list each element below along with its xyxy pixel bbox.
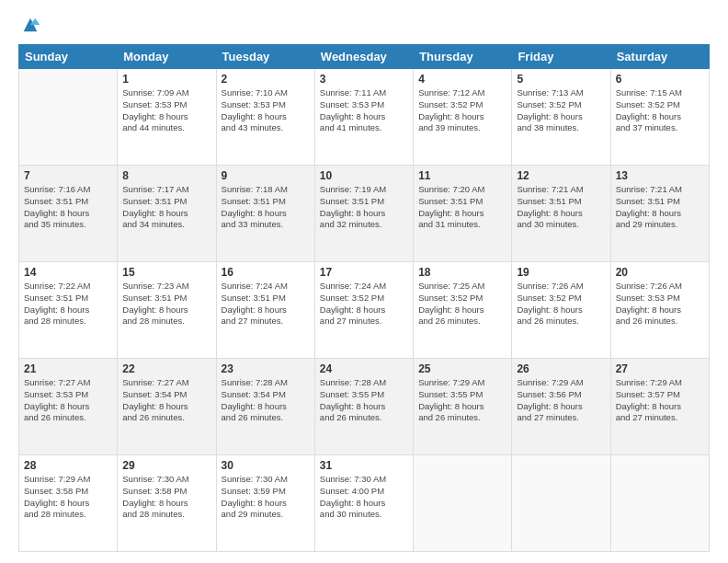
day-number: 16 bbox=[222, 266, 310, 279]
col-header-saturday: Saturday bbox=[610, 45, 709, 69]
calendar-cell: 25Sunrise: 7:29 AM Sunset: 3:55 PM Dayli… bbox=[414, 359, 512, 455]
week-row: 21Sunrise: 7:27 AM Sunset: 3:53 PM Dayli… bbox=[19, 359, 710, 455]
day-number: 24 bbox=[320, 362, 408, 375]
day-number: 20 bbox=[616, 266, 704, 279]
day-number: 22 bbox=[122, 362, 210, 375]
day-number: 2 bbox=[222, 73, 310, 86]
calendar-cell: 18Sunrise: 7:25 AM Sunset: 3:52 PM Dayli… bbox=[414, 262, 512, 359]
day-number: 17 bbox=[320, 266, 408, 279]
calendar-cell: 4Sunrise: 7:12 AM Sunset: 3:52 PM Daylig… bbox=[414, 69, 512, 166]
calendar-cell: 31Sunrise: 7:30 AM Sunset: 4:00 PM Dayli… bbox=[314, 455, 413, 552]
day-number: 19 bbox=[517, 266, 605, 279]
week-row: 28Sunrise: 7:29 AM Sunset: 3:58 PM Dayli… bbox=[19, 455, 710, 552]
day-number: 27 bbox=[616, 362, 704, 375]
calendar-cell: 20Sunrise: 7:26 AM Sunset: 3:53 PM Dayli… bbox=[610, 262, 709, 359]
calendar-cell: 3Sunrise: 7:11 AM Sunset: 3:53 PM Daylig… bbox=[314, 69, 413, 166]
calendar-cell bbox=[610, 455, 709, 552]
day-info: Sunrise: 7:30 AM Sunset: 3:59 PM Dayligh… bbox=[222, 474, 310, 521]
calendar-cell: 24Sunrise: 7:28 AM Sunset: 3:55 PM Dayli… bbox=[314, 359, 413, 455]
day-info: Sunrise: 7:11 AM Sunset: 3:53 PM Dayligh… bbox=[320, 87, 408, 134]
day-info: Sunrise: 7:23 AM Sunset: 3:51 PM Dayligh… bbox=[122, 281, 210, 327]
calendar-cell: 12Sunrise: 7:21 AM Sunset: 3:51 PM Dayli… bbox=[512, 166, 610, 262]
calendar-cell: 11Sunrise: 7:20 AM Sunset: 3:51 PM Dayli… bbox=[414, 166, 512, 262]
calendar-cell: 9Sunrise: 7:18 AM Sunset: 3:51 PM Daylig… bbox=[216, 166, 314, 262]
day-number: 12 bbox=[517, 169, 605, 182]
day-number: 1 bbox=[122, 73, 210, 86]
day-info: Sunrise: 7:17 AM Sunset: 3:51 PM Dayligh… bbox=[122, 184, 210, 231]
week-row: 7Sunrise: 7:16 AM Sunset: 3:51 PM Daylig… bbox=[19, 166, 710, 262]
day-number: 31 bbox=[320, 459, 408, 472]
day-number: 15 bbox=[122, 266, 210, 279]
day-number: 30 bbox=[222, 459, 310, 472]
day-info: Sunrise: 7:30 AM Sunset: 3:58 PM Dayligh… bbox=[122, 474, 210, 521]
header-row: SundayMondayTuesdayWednesdayThursdayFrid… bbox=[19, 45, 710, 69]
calendar-cell: 27Sunrise: 7:29 AM Sunset: 3:57 PM Dayli… bbox=[610, 359, 709, 455]
calendar-cell: 15Sunrise: 7:23 AM Sunset: 3:51 PM Dayli… bbox=[118, 262, 216, 359]
calendar-cell bbox=[512, 455, 610, 552]
day-number: 28 bbox=[24, 459, 112, 472]
day-info: Sunrise: 7:15 AM Sunset: 3:52 PM Dayligh… bbox=[616, 87, 704, 134]
header bbox=[18, 17, 710, 35]
day-number: 13 bbox=[616, 169, 704, 182]
day-number: 26 bbox=[517, 362, 605, 375]
day-number: 18 bbox=[418, 266, 506, 279]
calendar-cell: 17Sunrise: 7:24 AM Sunset: 3:52 PM Dayli… bbox=[314, 262, 413, 359]
col-header-monday: Monday bbox=[118, 45, 216, 69]
day-number: 6 bbox=[616, 73, 704, 86]
calendar-cell bbox=[19, 69, 118, 166]
day-info: Sunrise: 7:28 AM Sunset: 3:55 PM Dayligh… bbox=[320, 377, 408, 424]
day-info: Sunrise: 7:18 AM Sunset: 3:51 PM Dayligh… bbox=[222, 184, 310, 231]
calendar-cell: 21Sunrise: 7:27 AM Sunset: 3:53 PM Dayli… bbox=[19, 359, 118, 455]
day-number: 4 bbox=[418, 73, 506, 86]
day-info: Sunrise: 7:26 AM Sunset: 3:52 PM Dayligh… bbox=[517, 281, 605, 327]
page: SundayMondayTuesdayWednesdayThursdayFrid… bbox=[0, 0, 728, 563]
day-number: 7 bbox=[24, 169, 112, 182]
day-info: Sunrise: 7:28 AM Sunset: 3:54 PM Dayligh… bbox=[222, 377, 310, 424]
calendar-cell bbox=[414, 455, 512, 552]
calendar-cell: 5Sunrise: 7:13 AM Sunset: 3:52 PM Daylig… bbox=[512, 69, 610, 166]
day-number: 5 bbox=[517, 73, 605, 86]
day-info: Sunrise: 7:10 AM Sunset: 3:53 PM Dayligh… bbox=[222, 87, 310, 134]
calendar-cell: 2Sunrise: 7:10 AM Sunset: 3:53 PM Daylig… bbox=[216, 69, 314, 166]
day-number: 14 bbox=[24, 266, 112, 279]
calendar-cell: 19Sunrise: 7:26 AM Sunset: 3:52 PM Dayli… bbox=[512, 262, 610, 359]
day-info: Sunrise: 7:30 AM Sunset: 4:00 PM Dayligh… bbox=[320, 474, 408, 521]
calendar-table: SundayMondayTuesdayWednesdayThursdayFrid… bbox=[18, 44, 710, 552]
day-info: Sunrise: 7:29 AM Sunset: 3:58 PM Dayligh… bbox=[24, 474, 112, 521]
day-info: Sunrise: 7:24 AM Sunset: 3:51 PM Dayligh… bbox=[222, 281, 310, 327]
day-info: Sunrise: 7:29 AM Sunset: 3:57 PM Dayligh… bbox=[616, 377, 704, 424]
calendar-cell: 16Sunrise: 7:24 AM Sunset: 3:51 PM Dayli… bbox=[216, 262, 314, 359]
calendar-cell: 30Sunrise: 7:30 AM Sunset: 3:59 PM Dayli… bbox=[216, 455, 314, 552]
logo bbox=[18, 17, 40, 35]
day-number: 29 bbox=[122, 459, 210, 472]
week-row: 14Sunrise: 7:22 AM Sunset: 3:51 PM Dayli… bbox=[19, 262, 710, 359]
day-number: 3 bbox=[320, 73, 408, 86]
day-number: 11 bbox=[418, 169, 506, 182]
calendar-cell: 7Sunrise: 7:16 AM Sunset: 3:51 PM Daylig… bbox=[19, 166, 118, 262]
col-header-sunday: Sunday bbox=[19, 45, 118, 69]
day-info: Sunrise: 7:27 AM Sunset: 3:53 PM Dayligh… bbox=[24, 377, 112, 424]
day-info: Sunrise: 7:19 AM Sunset: 3:51 PM Dayligh… bbox=[320, 184, 408, 231]
day-info: Sunrise: 7:20 AM Sunset: 3:51 PM Dayligh… bbox=[418, 184, 506, 231]
logo-icon bbox=[20, 15, 40, 35]
day-info: Sunrise: 7:21 AM Sunset: 3:51 PM Dayligh… bbox=[616, 184, 704, 231]
day-number: 8 bbox=[122, 169, 210, 182]
day-info: Sunrise: 7:27 AM Sunset: 3:54 PM Dayligh… bbox=[122, 377, 210, 424]
col-header-wednesday: Wednesday bbox=[314, 45, 413, 69]
calendar-cell: 10Sunrise: 7:19 AM Sunset: 3:51 PM Dayli… bbox=[314, 166, 413, 262]
day-number: 21 bbox=[24, 362, 112, 375]
day-info: Sunrise: 7:29 AM Sunset: 3:56 PM Dayligh… bbox=[517, 377, 605, 424]
calendar-cell: 22Sunrise: 7:27 AM Sunset: 3:54 PM Dayli… bbox=[118, 359, 216, 455]
day-info: Sunrise: 7:09 AM Sunset: 3:53 PM Dayligh… bbox=[122, 87, 210, 134]
calendar-cell: 13Sunrise: 7:21 AM Sunset: 3:51 PM Dayli… bbox=[610, 166, 709, 262]
day-info: Sunrise: 7:29 AM Sunset: 3:55 PM Dayligh… bbox=[418, 377, 506, 424]
calendar-cell: 26Sunrise: 7:29 AM Sunset: 3:56 PM Dayli… bbox=[512, 359, 610, 455]
day-info: Sunrise: 7:13 AM Sunset: 3:52 PM Dayligh… bbox=[517, 87, 605, 134]
day-info: Sunrise: 7:16 AM Sunset: 3:51 PM Dayligh… bbox=[24, 184, 112, 231]
week-row: 1Sunrise: 7:09 AM Sunset: 3:53 PM Daylig… bbox=[19, 69, 710, 166]
calendar-cell: 28Sunrise: 7:29 AM Sunset: 3:58 PM Dayli… bbox=[19, 455, 118, 552]
calendar-cell: 14Sunrise: 7:22 AM Sunset: 3:51 PM Dayli… bbox=[19, 262, 118, 359]
col-header-friday: Friday bbox=[512, 45, 610, 69]
calendar-cell: 23Sunrise: 7:28 AM Sunset: 3:54 PM Dayli… bbox=[216, 359, 314, 455]
day-info: Sunrise: 7:25 AM Sunset: 3:52 PM Dayligh… bbox=[418, 281, 506, 327]
